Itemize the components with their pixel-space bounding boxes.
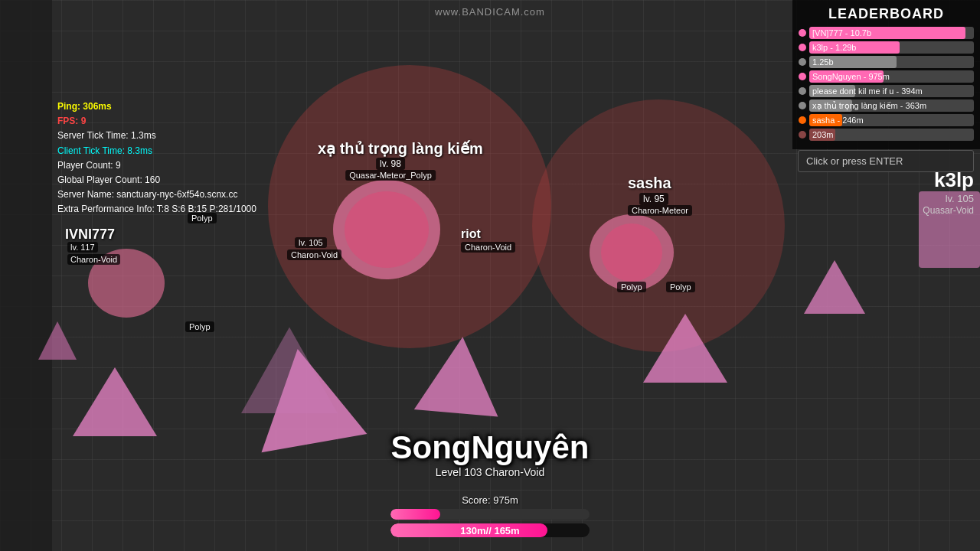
lb-bar-text-2: 1.25b (812, 56, 834, 68)
server-tick: Server Tick Time: 1.3ms (57, 129, 256, 143)
lb-bar-text-3: SongNguyen - 975m (812, 70, 890, 83)
server-name: Server Name: sanctuary-nyc-6xf54o.scnx.c… (57, 187, 256, 202)
lb-entry-7: 203m (799, 129, 974, 141)
ping-label: Ping: 306ms (57, 99, 256, 114)
score-label: Score: 975m (390, 494, 590, 506)
lb-dot-4 (799, 87, 806, 95)
k3lp-name: k3lp (934, 168, 974, 192)
lb-bar-text-7: 203m (812, 129, 834, 141)
left-panel (0, 0, 52, 551)
lb-bar-text-4: please dont kil me if u - 394m (812, 85, 923, 97)
lb-entry-4: please dont kil me if u - 394m (799, 85, 974, 97)
lb-dot-5 (799, 102, 806, 109)
lb-dot-3 (799, 73, 806, 80)
score-bar (390, 509, 590, 520)
lb-dot-7 (799, 131, 806, 139)
lb-bar-0: [VN]777 - 10.7b (809, 27, 974, 39)
lb-entry-2: 1.25b (799, 56, 974, 68)
k3lp-class: Quasar-Void (923, 205, 974, 216)
lb-entries: [VN]777 - 10.7bk3lp - 1.29b1.25bSongNguy… (799, 27, 974, 141)
sasha-name: sasha (628, 174, 671, 192)
lb-bar-text-1: k3lp - 1.29b (812, 41, 856, 54)
lb-bar-2: 1.25b (809, 56, 974, 68)
lb-entry-5: xạ thủ trọng làng kiếm - 363m (799, 99, 974, 112)
debug-info: Ping: 306ms FPS: 9 Server Tick Time: 1.3… (57, 99, 256, 217)
global-count: Global Player Count: 160 (57, 173, 256, 187)
ivni-level: lv. 117 (67, 242, 98, 253)
lb-dot-1 (799, 44, 806, 51)
fps-label: FPS: 9 (57, 114, 256, 129)
polyp-label-3: Polyp (666, 282, 695, 292)
lv105-label: lv. 105 (295, 237, 327, 248)
lb-bar-7: 203m (809, 129, 974, 141)
xathu-class: Quasar-Meteor_Polyp (345, 170, 436, 181)
lb-entry-3: SongNguyen - 975m (799, 70, 974, 83)
lb-dot-2 (799, 58, 806, 66)
sasha-class: Charon-Meteor (628, 205, 692, 216)
k3lp-level: lv. 105 (946, 193, 974, 204)
player-name-display: SongNguyên Level 103 Charon-Void (391, 429, 590, 478)
polyp-label-4: Polyp (185, 321, 214, 332)
lb-entry-6: sasha - 246m (799, 114, 974, 126)
player-count: Player Count: 9 (57, 158, 256, 173)
polyp-label-1: Polyp (188, 213, 217, 223)
polyp-label-2: Polyp (617, 282, 646, 292)
xathu-level: lv. 98 (376, 158, 405, 170)
lb-bar-text-5: xạ thủ trọng làng kiếm - 363m (812, 99, 926, 112)
player-name: SongNguyên (391, 429, 590, 466)
leaderboard-title: LEADERBOARD (799, 6, 974, 22)
score-bar-fill (390, 509, 440, 520)
client-tick: Client Tick Time: 8.3ms (57, 144, 256, 158)
extra-perf: Extra Performance Info: T:8 S:6 B:15 P:2… (57, 202, 256, 217)
lb-bar-text-0: [VN]777 - 10.7b (812, 27, 871, 39)
lb-bar-1: k3lp - 1.29b (809, 41, 974, 54)
score-area: Score: 975m 130m// 165m (390, 494, 590, 537)
lb-bar-text-6: sasha - 246m (812, 114, 864, 126)
lb-dot-6 (799, 116, 806, 124)
lb-dot-0 (799, 29, 806, 37)
hp-text: 130m// 165m (460, 525, 519, 536)
lb-entry-0: [VN]777 - 10.7b (799, 27, 974, 39)
sasha-level: lv. 95 (639, 193, 668, 205)
ivni-class: Charon-Void (67, 254, 120, 265)
charon-void-label: Charon-Void (287, 249, 341, 260)
leaderboard: LEADERBOARD [VN]777 - 10.7bk3lp - 1.29b1… (792, 0, 980, 149)
player-level-class: Level 103 Charon-Void (391, 466, 590, 478)
hp-bar: 130m// 165m (390, 523, 590, 537)
riot-name: riot (461, 227, 481, 241)
riot-class: Charon-Void (461, 242, 515, 253)
lb-bar-6: sasha - 246m (809, 114, 974, 126)
lb-bar-5: xạ thủ trọng làng kiếm - 363m (809, 99, 974, 112)
lb-bar-3: SongNguyen - 975m (809, 70, 974, 83)
lb-bar-4: please dont kil me if u - 394m (809, 85, 974, 97)
xathu-name: xạ thủ trọng làng kiếm (318, 139, 483, 158)
watermark: www.BANDICAM.com (435, 6, 545, 18)
lb-entry-1: k3lp - 1.29b (799, 41, 974, 54)
ivni-name: IVNI777 (65, 227, 115, 243)
